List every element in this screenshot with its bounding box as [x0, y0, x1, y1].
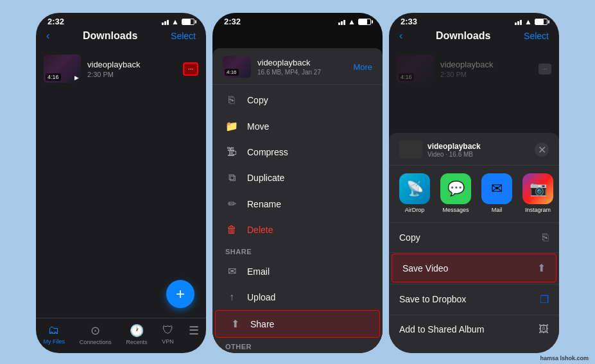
- select-button-1[interactable]: Select: [171, 31, 196, 41]
- file-meta-3: 2:30 PM: [440, 71, 532, 78]
- context-duration: 4:16: [225, 69, 239, 76]
- phone-panel-3: 2:33 ▲ ‹ Downloads Select 4:16 videoplay…: [389, 13, 559, 353]
- status-bar-1: 2:32 ▲: [36, 13, 206, 28]
- phone-panel-2: 2:32 ▲ 4:16 videoplayback 16.6 MB, MP4, …: [212, 13, 383, 353]
- menu-move[interactable]: 📁 Move: [212, 113, 383, 139]
- menu-upload[interactable]: ↑ Upload: [212, 284, 383, 310]
- phone-panel-1: 2:32 ▲ ‹ Downloads Select 4:16 ▶: [36, 13, 206, 353]
- rename-icon: ✏: [225, 198, 238, 210]
- delete-icon: 🗑: [225, 224, 238, 236]
- select-button-3[interactable]: Select: [524, 31, 549, 41]
- context-file-name: videoplayback: [257, 58, 321, 67]
- copy-action-icon: ⎘: [542, 232, 549, 243]
- share-app-mail[interactable]: ✉ Mail: [481, 173, 512, 213]
- tab-extra[interactable]: ☰: [189, 324, 199, 345]
- nav-title-1: Downloads: [83, 30, 137, 42]
- dropbox-icon: ❐: [540, 293, 549, 306]
- status-bar-2: 2:32 ▲: [212, 13, 383, 28]
- tab-vpn[interactable]: 🛡 VPN: [162, 324, 174, 345]
- wifi-icon-2: ▲: [348, 17, 356, 26]
- battery-icon-3: [535, 19, 548, 25]
- email-label: Email: [247, 266, 270, 277]
- share-sheet: videoplayback Video · 16.6 MB ✕ 📡 AirDro…: [389, 133, 559, 353]
- nav-title-3: Downloads: [436, 30, 490, 42]
- wifi-icon-1: ▲: [171, 17, 179, 26]
- context-menu-list: ⎘ Copy 📁 Move 🗜 Compress ⧉ Duplicate ✏: [212, 85, 383, 353]
- share-action-album[interactable]: Add to Shared Album 🖼: [389, 316, 559, 343]
- duplicate-label: Duplicate: [247, 173, 284, 183]
- share-label: Share: [250, 319, 274, 329]
- copy-action-label: Copy: [399, 232, 420, 243]
- share-divider-4: [389, 315, 559, 315]
- nav-bar-3: ‹ Downloads Select: [389, 28, 559, 46]
- menu-copy[interactable]: ⎘ Copy: [212, 87, 383, 113]
- play-icon-1: ▶: [74, 74, 79, 81]
- menu-email[interactable]: ✉ Email: [212, 258, 383, 284]
- save-video-icon: ⬆: [537, 262, 546, 274]
- more-button-3[interactable]: ···: [539, 64, 551, 74]
- tab-bar-1: 🗂 My Files ⊙ Connections 🕐 Recents 🛡 VPN…: [36, 318, 206, 353]
- time-2: 2:32: [224, 17, 241, 26]
- share-icon: ⬆: [229, 318, 241, 330]
- back-button-3[interactable]: ‹: [399, 30, 402, 42]
- compress-label: Compress: [247, 147, 288, 157]
- tab-recents[interactable]: 🕐 Recents: [126, 324, 148, 345]
- airdrop-label: AirDrop: [405, 207, 425, 213]
- back-button-1[interactable]: ‹: [46, 30, 49, 42]
- share-divider-3: [389, 284, 559, 284]
- share-app-messages[interactable]: 💬 Messages: [440, 173, 471, 213]
- vpn-icon: 🛡: [162, 324, 174, 337]
- connections-icon: ⊙: [91, 324, 100, 338]
- share-thumbnail: [399, 141, 422, 159]
- signal-icon-3: [515, 19, 522, 25]
- file-item-1[interactable]: 4:16 ▶ videoplayback 2:30 PM ···: [44, 51, 198, 87]
- menu-duplicate[interactable]: ⧉ Duplicate: [212, 165, 383, 191]
- copy-icon: ⎘: [225, 94, 238, 106]
- share-section-label: SHARE: [212, 243, 383, 258]
- messages-icon: 💬: [440, 173, 471, 204]
- share-app-airdrop[interactable]: 📡 AirDrop: [399, 173, 430, 213]
- share-action-copy[interactable]: Copy ⎘: [389, 224, 559, 251]
- context-menu-panel: 4:16 videoplayback 16.6 MB, MP4, Jan 27 …: [212, 48, 383, 353]
- tab-myfiles[interactable]: 🗂 My Files: [43, 324, 65, 345]
- move-icon: 📁: [225, 120, 238, 132]
- share-action-save-video[interactable]: Save Video ⬆: [392, 254, 556, 282]
- instagram-icon: 📷: [522, 173, 553, 204]
- context-file-info: videoplayback 16.6 MB, MP4, Jan 27: [257, 58, 321, 76]
- airdrop-icon: 📡: [399, 173, 430, 204]
- menu-compress[interactable]: 🗜 Compress: [212, 139, 383, 165]
- file-info-1: videoplayback 2:30 PM: [87, 60, 177, 78]
- tab-vpn-label: VPN: [162, 338, 174, 345]
- share-divider-1: [389, 222, 559, 223]
- file-thumbnail-3: 4:16: [397, 55, 434, 83]
- share-file-meta: Video · 16.6 MB: [427, 151, 481, 158]
- more-button-1[interactable]: ···: [183, 62, 198, 76]
- share-file-name: videoplayback: [427, 142, 481, 151]
- mail-icon: ✉: [481, 173, 512, 204]
- add-album-label: Add to Shared Album: [399, 324, 484, 334]
- tab-myfiles-label: My Files: [43, 338, 65, 345]
- fab-button-1[interactable]: +: [166, 280, 194, 308]
- share-action-dropbox[interactable]: Save to Dropbox ❐: [389, 286, 559, 313]
- messages-label: Messages: [442, 207, 469, 213]
- share-app-instagram[interactable]: 📷 Instagram: [522, 173, 553, 213]
- signal-icon-2: [338, 19, 345, 25]
- status-bar-3: 2:33 ▲: [389, 13, 559, 28]
- file-thumbnail-1: 4:16 ▶: [44, 55, 81, 83]
- share-close-button[interactable]: ✕: [535, 143, 549, 157]
- file-list-1: 4:16 ▶ videoplayback 2:30 PM ···: [36, 46, 206, 318]
- context-more-link[interactable]: More: [353, 62, 372, 72]
- tab-connections[interactable]: ⊙ Connections: [80, 324, 112, 345]
- save-video-label: Save Video: [402, 263, 448, 273]
- menu-share[interactable]: ⬆ Share: [215, 310, 380, 338]
- instagram-label: Instagram: [525, 207, 551, 213]
- status-icons-1: ▲: [162, 17, 194, 26]
- duration-3: 4:16: [399, 73, 414, 81]
- context-file-meta: 16.6 MB, MP4, Jan 27: [257, 69, 321, 76]
- menu-delete[interactable]: 🗑 Delete: [212, 217, 383, 243]
- compress-icon: 🗜: [225, 146, 238, 158]
- battery-icon-2: [358, 19, 371, 25]
- duplicate-icon: ⧉: [225, 172, 238, 184]
- menu-rename[interactable]: ✏ Rename: [212, 191, 383, 217]
- status-icons-2: ▲: [338, 17, 371, 26]
